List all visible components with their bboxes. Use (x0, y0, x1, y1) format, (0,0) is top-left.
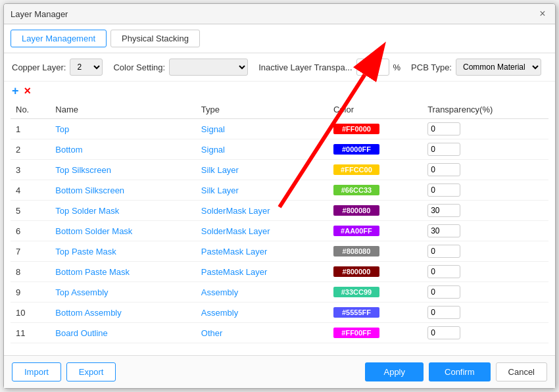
tabs-container: Layer Management Physical Stacking (4, 24, 555, 53)
export-button[interactable]: Export (66, 362, 116, 381)
cell-color[interactable]: #33CC99 (328, 282, 422, 303)
tab-physical-stacking[interactable]: Physical Stacking (110, 30, 200, 47)
cell-name[interactable]: Bottom Paste Mask (50, 262, 196, 282)
cell-transparency (422, 282, 548, 303)
add-layer-button[interactable]: + (12, 84, 19, 98)
cell-type: PasteMask Layer (196, 241, 328, 262)
cell-name[interactable]: Top (50, 119, 196, 139)
transparency-input[interactable] (427, 143, 460, 156)
cell-type: Signal (196, 119, 328, 139)
cell-name[interactable]: Top Assembly (50, 282, 196, 303)
inactive-layer-input[interactable] (356, 59, 389, 76)
cell-name[interactable]: Bottom Solder Mask (50, 221, 196, 241)
cell-type: SolderMask Layer (196, 201, 328, 221)
inactive-layer-group: Inactive Layer Transpa... % (258, 59, 401, 76)
cell-name[interactable]: Top Silkscreen (50, 160, 196, 180)
cell-type: Silk Layer (196, 180, 328, 201)
cell-name[interactable]: Board Outline (50, 323, 196, 343)
cell-transparency (422, 119, 548, 139)
cell-name[interactable]: Top Paste Mask (50, 241, 196, 262)
col-no: No. (11, 101, 50, 119)
transparency-input[interactable] (427, 306, 460, 319)
cell-no: 1 (11, 119, 50, 139)
col-transparency: Transparency(%) (422, 101, 548, 119)
color-setting-select[interactable] (169, 59, 248, 76)
cell-color[interactable]: #FF0000 (328, 119, 422, 139)
footer: Import Export Apply Confirm Cancel (4, 355, 555, 388)
cell-transparency (422, 323, 548, 343)
dialog-title: Layer Manager (11, 9, 68, 19)
confirm-button[interactable]: Confirm (429, 362, 491, 381)
cell-type: Assembly (196, 282, 328, 303)
cell-color[interactable]: #0000FF (328, 139, 422, 160)
transparency-input[interactable] (427, 285, 460, 299)
layer-manager-dialog: Layer Manager × Layer Management Physica… (3, 3, 556, 389)
toolbar: Copper Layer: 2 1 4 6 8 Color Setting: I… (4, 53, 555, 82)
cell-name[interactable]: Bottom Silkscreen (50, 180, 196, 201)
table-row: 5 Top Solder Mask SolderMask Layer #8000… (11, 201, 548, 221)
cancel-button[interactable]: Cancel (496, 362, 547, 381)
col-color: Color (328, 101, 422, 119)
cell-color[interactable]: #AA00FF (328, 221, 422, 241)
transparency-input[interactable] (427, 204, 460, 217)
cell-color[interactable]: #66CC33 (328, 180, 422, 201)
pcb-type-group: PCB Type: Common Material Flexible Board… (411, 59, 541, 76)
inactive-layer-label: Inactive Layer Transpa... (258, 62, 352, 72)
cell-transparency (422, 303, 548, 323)
cell-name[interactable]: Top Solder Mask (50, 201, 196, 221)
tab-layer-management[interactable]: Layer Management (11, 30, 107, 47)
table-row: 1 Top Signal #FF0000 (11, 119, 548, 139)
pcb-type-label: PCB Type: (411, 62, 452, 72)
cell-transparency (422, 221, 548, 241)
import-button[interactable]: Import (12, 362, 61, 381)
transparency-input[interactable] (427, 122, 460, 135)
layer-table-container: No. Name Type Color Transparency(%) 1 To… (4, 101, 555, 355)
table-row: 4 Bottom Silkscreen Silk Layer #66CC33 (11, 180, 548, 201)
cell-name[interactable]: Bottom (50, 139, 196, 160)
cell-no: 10 (11, 303, 50, 323)
transparency-input[interactable] (427, 326, 460, 339)
cell-no: 9 (11, 282, 50, 303)
footer-right: Apply Confirm Cancel (365, 362, 547, 381)
cell-type: Other (196, 323, 328, 343)
table-row: 10 Bottom Assembly Assembly #5555FF (11, 303, 548, 323)
cell-name[interactable]: Bottom Assembly (50, 303, 196, 323)
cell-no: 4 (11, 180, 50, 201)
apply-button[interactable]: Apply (365, 362, 424, 381)
table-header-row: No. Name Type Color Transparency(%) (11, 101, 548, 119)
cell-no: 7 (11, 241, 50, 262)
copper-layer-label: Copper Layer: (12, 62, 66, 72)
col-type: Type (196, 101, 328, 119)
cell-transparency (422, 139, 548, 160)
cell-no: 6 (11, 221, 50, 241)
copper-layer-select[interactable]: 2 1 4 6 8 (70, 59, 103, 76)
transparency-input[interactable] (427, 265, 460, 278)
color-setting-label: Color Setting: (113, 62, 165, 72)
title-bar: Layer Manager × (4, 4, 555, 24)
cell-type: SolderMask Layer (196, 221, 328, 241)
cell-color[interactable]: #800000 (328, 262, 422, 282)
cell-no: 8 (11, 262, 50, 282)
cell-type: PasteMask Layer (196, 262, 328, 282)
delete-layer-button[interactable]: × (24, 84, 32, 98)
transparency-input[interactable] (427, 163, 460, 176)
transparency-input[interactable] (427, 245, 460, 258)
copper-layer-group: Copper Layer: 2 1 4 6 8 (12, 59, 103, 76)
action-bar: + × (4, 82, 555, 101)
close-button[interactable]: × (537, 8, 548, 20)
cell-no: 2 (11, 139, 50, 160)
cell-no: 5 (11, 201, 50, 221)
cell-color[interactable]: #FF00FF (328, 323, 422, 343)
cell-color[interactable]: #FFCC00 (328, 160, 422, 180)
table-row: 3 Top Silkscreen Silk Layer #FFCC00 (11, 160, 548, 180)
cell-color[interactable]: #5555FF (328, 303, 422, 323)
transparency-input[interactable] (427, 184, 460, 197)
layer-table: No. Name Type Color Transparency(%) 1 To… (11, 101, 548, 343)
table-row: 2 Bottom Signal #0000FF (11, 139, 548, 160)
cell-color[interactable]: #808080 (328, 241, 422, 262)
cell-transparency (422, 241, 548, 262)
pcb-type-select[interactable]: Common Material Flexible Board Rogers (456, 59, 541, 76)
transparency-input[interactable] (427, 224, 460, 237)
cell-type: Assembly (196, 303, 328, 323)
cell-color[interactable]: #800080 (328, 201, 422, 221)
